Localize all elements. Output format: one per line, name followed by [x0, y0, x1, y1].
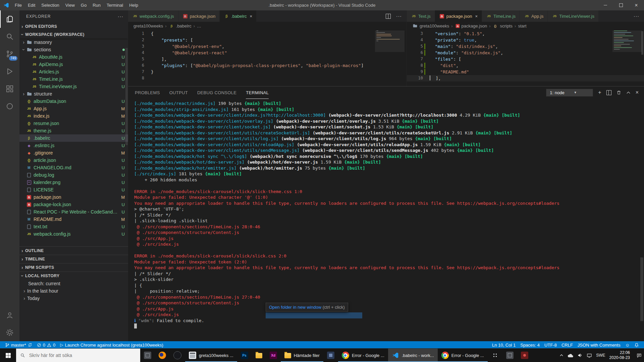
tree-item-timeline-js[interactable]: JSTimeLine.jsU — [19, 75, 128, 83]
panel-tab-terminal[interactable]: TERMINAL — [246, 86, 269, 99]
close-panel-icon[interactable]: × — [636, 90, 639, 95]
menu-terminal[interactable]: Terminal — [104, 0, 126, 10]
debug-launch-status[interactable]: ▷ Launch Chrome against localhost (greta… — [58, 341, 166, 349]
taskbar-search[interactable] — [16, 349, 140, 362]
menu-selection[interactable]: Selection — [38, 0, 62, 10]
accounts-icon[interactable] — [0, 306, 19, 324]
breadcrumb-item-item[interactable]: … — [197, 23, 201, 28]
indentation-status[interactable]: Spaces: 4 — [518, 341, 542, 349]
problems-status[interactable]: 0 0 — [35, 341, 58, 349]
eol-status[interactable]: CRLF — [559, 341, 575, 349]
code-editor-babelrc[interactable]: 1{2 "presets": [3 "@babel/preset-env",4 … — [128, 30, 407, 86]
tree-item-app-js[interactable]: JSApp.jsM — [19, 105, 128, 112]
menu-help[interactable]: Help — [126, 0, 141, 10]
taskbar-app-red[interactable] — [517, 349, 532, 362]
tree-item-masonry[interactable]: ›masonry — [19, 39, 128, 46]
explorer-more-actions-icon[interactable]: ··· — [118, 14, 123, 19]
tree-item-license[interactable]: LICENSEU — [19, 186, 128, 193]
kill-terminal-icon[interactable] — [616, 90, 621, 95]
notifications-bell-icon[interactable] — [632, 341, 641, 349]
split-terminal-icon[interactable] — [606, 90, 611, 95]
sidebar-scrollbar[interactable] — [125, 48, 128, 145]
keyboard-language[interactable]: SWE — [596, 353, 605, 358]
breadcrumb-item-babelrc[interactable]: .babelrc — [176, 23, 192, 28]
split-editor-icon[interactable] — [386, 14, 391, 19]
more-actions-icon[interactable]: ··· — [396, 13, 402, 19]
taskbar-downloads-window[interactable]: Hämtade filer — [281, 349, 323, 362]
menu-edit[interactable]: Edit — [25, 0, 38, 10]
terminal-picker-dropdown[interactable]: 1: node ▼ — [546, 89, 593, 97]
tree-item-text-txt[interactable]: text.txtU — [19, 223, 128, 230]
taskbar-search-input[interactable] — [29, 352, 136, 358]
more-tabs-icon[interactable]: ··· — [634, 13, 639, 19]
tray-expand-icon[interactable] — [559, 354, 564, 357]
code-editor-packagejson[interactable]: 3 "version": "0.1.5",4 "private": true,5… — [407, 30, 644, 86]
action-center-icon[interactable] — [635, 349, 643, 362]
taskbar-app-generic-1[interactable] — [140, 349, 155, 362]
tab-package-json[interactable]: npackage.json — [178, 10, 220, 22]
taskbar-app-dark-circle[interactable] — [170, 349, 185, 362]
tree-item-kalender-png[interactable]: kalender.pngU — [19, 179, 128, 186]
close-tab-icon[interactable]: × — [250, 14, 253, 19]
panel-tab-debug-console[interactable]: DEBUG CONSOLE — [197, 86, 236, 99]
cursor-position-status[interactable]: Ln 10, Col 1 — [490, 341, 518, 349]
tab-timelineviewer-js[interactable]: JSTimeLineViewer.js — [548, 10, 599, 22]
tree-item-index-js[interactable]: JSindex.jsM — [19, 112, 128, 120]
maximize-button[interactable] — [613, 0, 629, 10]
tree-item-package-json[interactable]: npackage.jsonM — [19, 193, 128, 201]
tree-item-apidemo-js[interactable]: JSApiDemo.jsU — [19, 61, 128, 68]
tree-item-articles-js[interactable]: JSArticles.jsU — [19, 68, 128, 75]
tree-item-article-json[interactable]: {}article.jsonU — [19, 157, 128, 164]
tree-item-gitignore[interactable]: ◆.gitignoreM — [19, 149, 128, 157]
menu-file[interactable]: File — [12, 0, 25, 10]
onedrive-cloud-icon[interactable] — [568, 353, 574, 358]
tab-app-js[interactable]: JSApp.js — [520, 10, 548, 22]
breadcrumb-item-greta100weeks[interactable]: greta100weeks — [420, 23, 449, 28]
tab-webpack-config-js[interactable]: JSwebpack.config.js — [128, 10, 178, 22]
tree-item-react-poc-pie-website-codesandbo[interactable]: React POC - Pie Website - CodeSandbo...U — [19, 208, 128, 216]
encoding-status[interactable]: UTF-8 — [542, 341, 559, 349]
tree-item-aboutme-js[interactable]: JSAboutMe.jsU — [19, 53, 128, 61]
taskbar-app-generic-3[interactable] — [502, 349, 517, 362]
feedback-smiley-icon[interactable]: ☺ — [623, 341, 632, 349]
breadcrumb-item-package-json[interactable]: package.json — [462, 23, 487, 28]
local-history-section[interactable]: ›LOCAL HISTORY — [19, 272, 128, 280]
panel-tab-problems[interactable]: PROBLEMS — [135, 86, 160, 99]
workspace-section[interactable]: › WORKSPACE (WORKSPACE) — [19, 31, 128, 39]
run-debug-icon[interactable] — [0, 63, 19, 80]
tree-item-webpack-config-js[interactable]: JSwebpack.config.jsU — [19, 230, 128, 238]
tab-timeline-js[interactable]: JSTimeLine.js — [482, 10, 520, 22]
start-button[interactable] — [0, 349, 16, 362]
tree-item-theme-js[interactable]: JStheme.jsU — [19, 127, 128, 134]
close-tab-icon[interactable]: × — [475, 14, 478, 19]
tree-item-readme-md[interactable]: MREADME.mdM — [19, 216, 128, 223]
network-icon[interactable] — [587, 353, 592, 358]
new-terminal-icon[interactable]: + — [598, 90, 601, 95]
extensions-icon[interactable] — [0, 80, 19, 98]
tree-item-albumdata-json[interactable]: {}albumData.jsonU — [19, 98, 128, 105]
taskbar-app-grid[interactable] — [488, 349, 502, 362]
git-branch-status[interactable]: master* — [3, 341, 35, 349]
tree-item-package-lock-json[interactable]: npackage-lock.jsonU — [19, 201, 128, 208]
tree-item-structure[interactable]: ›structure — [19, 90, 128, 98]
panel-tab-output[interactable]: OUTPUT — [169, 86, 188, 99]
taskbar-folder[interactable] — [252, 349, 266, 362]
timeline-section[interactable]: ›TIMELINE — [19, 255, 128, 263]
tree-item-debug-log[interactable]: debug.logU — [19, 171, 128, 179]
tree-item-sections[interactable]: ›sections — [19, 46, 128, 53]
open-folder-link[interactable]: Open folder in new window — [269, 305, 321, 310]
explorer-icon[interactable] — [0, 10, 19, 28]
outline-section[interactable]: ›OUTLINE — [19, 246, 128, 255]
taskbar-app-generic-2[interactable] — [323, 349, 338, 362]
taskbar-firefox[interactable] — [155, 349, 170, 362]
tab-package-json[interactable]: npackage.json× — [435, 10, 482, 22]
breadcrumb-item-scripts[interactable]: scripts — [500, 23, 513, 28]
minimize-button[interactable] — [598, 0, 613, 10]
source-control-icon[interactable]: 749 — [0, 45, 19, 63]
terminal-output[interactable]: [./node_modules/react/index.js] 190 byte… — [128, 99, 644, 341]
close-button[interactable]: × — [629, 0, 644, 10]
breadcrumb-item-start[interactable]: start — [518, 23, 526, 28]
tree-item-babelrc[interactable]: β.babelrcU — [19, 134, 128, 142]
local-history-item-today[interactable]: ›Today — [19, 295, 128, 302]
breadcrumb-item-greta100weeks[interactable]: greta100weeks — [133, 23, 163, 28]
